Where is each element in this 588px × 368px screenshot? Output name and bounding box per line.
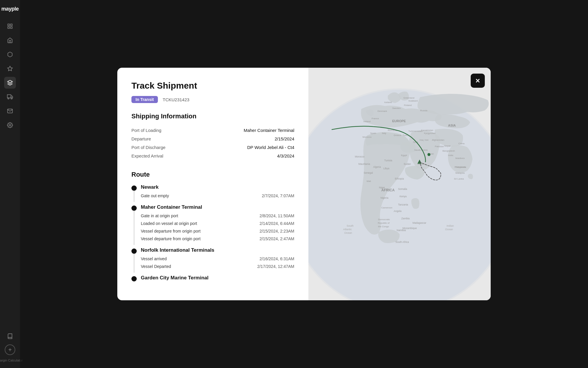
svg-marker-5 <box>8 80 13 83</box>
svg-text:Sweden: Sweden <box>392 107 401 110</box>
info-row-departure: Departure 2/15/2024 <box>131 135 294 143</box>
route-stop-maher: Maher Container Terminal Gate in at orig… <box>131 204 294 243</box>
svg-text:Pakistan: Pakistan <box>435 145 444 148</box>
event-label: Vessel arrived <box>141 256 167 261</box>
port-discharge-value: DP World Jebel Ali - Ct4 <box>247 145 294 150</box>
sidebar-item-home[interactable] <box>4 34 16 46</box>
close-button[interactable] <box>471 74 485 88</box>
route-stop-garden-city: Garden City Marine Terminal <box>131 275 294 281</box>
svg-text:Nigeria: Nigeria <box>380 196 388 199</box>
svg-text:Iran: Iran <box>425 139 429 141</box>
stop-events-norfolk: Vessel arrived 2/16/2024, 6:31AM Vessel … <box>141 255 294 270</box>
svg-point-84 <box>427 153 430 156</box>
svg-text:Saudi Arabia: Saudi Arabia <box>414 149 428 151</box>
map-container: EUROPE ASIA AFRICA South Atlantic Ocean … <box>308 68 491 300</box>
svg-text:Sudan: Sudan <box>404 163 411 165</box>
svg-point-8 <box>8 98 9 99</box>
event-time: 2/16/2024, 6:31AM <box>260 256 294 261</box>
sidebar-item-favorites[interactable] <box>4 63 16 74</box>
svg-text:the Congo: the Congo <box>378 225 389 228</box>
modal-title: Track Shipment <box>131 81 294 91</box>
svg-text:Republic of: Republic of <box>378 222 390 224</box>
svg-text:Kazakhstan: Kazakhstan <box>421 129 433 132</box>
svg-text:Italy: Italy <box>382 132 386 135</box>
event-vessel-departure-1: Vessel departure from origin port 2/15/2… <box>141 227 294 235</box>
shipping-info-table: Port of Loading Maher Container Terminal… <box>131 126 294 160</box>
info-row-port-loading: Port of Loading Maher Container Terminal <box>131 126 294 135</box>
route-title: Route <box>131 171 294 178</box>
port-discharge-label: Port of Discharge <box>131 145 166 150</box>
event-vessel-departed: Vessel Departed 2/17/2024, 12:47AM <box>141 263 294 270</box>
sidebar-item-truck[interactable] <box>4 91 16 103</box>
stop-name-newark: Newark <box>141 184 294 190</box>
svg-text:Tunisia: Tunisia <box>384 159 392 162</box>
event-label: Vessel departure from origin port <box>141 229 201 233</box>
modal-map-panel: EUROPE ASIA AFRICA South Atlantic Ocean … <box>308 68 491 300</box>
svg-text:EUROPE: EUROPE <box>392 119 406 123</box>
svg-text:Mozambique: Mozambique <box>402 227 417 230</box>
svg-text:Indian: Indian <box>447 224 454 227</box>
svg-text:Niger: Niger <box>379 186 385 189</box>
sidebar-item-settings[interactable] <box>4 119 16 131</box>
route-list: Newark Gate out empty 2/7/2024, 7:07AM M… <box>131 184 294 281</box>
expected-arrival-value: 4/3/2024 <box>277 153 294 158</box>
svg-marker-7 <box>11 96 13 98</box>
svg-text:Maldives: Maldives <box>455 157 465 160</box>
sidebar-item-layers[interactable] <box>4 77 16 89</box>
event-loaded-vessel: Loaded on vessel at origin port 2/14/202… <box>141 220 294 227</box>
event-time: 2/8/2024, 11:50AM <box>260 213 294 218</box>
sidebar-item-packages[interactable] <box>4 49 16 60</box>
svg-text:Bangladesh: Bangladesh <box>442 150 455 152</box>
modal-left-panel: Track Shipment In Transit TCKU231423 Shi… <box>117 68 308 300</box>
event-time: 2/17/2024, 12:47AM <box>257 264 294 269</box>
svg-text:Zambia: Zambia <box>401 217 410 220</box>
svg-rect-0 <box>8 24 10 26</box>
svg-text:India: India <box>448 154 453 157</box>
svg-text:Senegal: Senegal <box>364 171 373 174</box>
svg-text:Greece: Greece <box>394 134 402 137</box>
svg-point-10 <box>9 125 11 126</box>
svg-rect-6 <box>7 95 11 98</box>
route-stop-norfolk: Norfolk International Terminals Vessel a… <box>131 247 294 270</box>
svg-text:Morocco: Morocco <box>363 136 372 138</box>
svg-point-9 <box>11 98 12 99</box>
event-label: Gate in at origin port <box>141 213 178 218</box>
sidebar-item-dashboard[interactable] <box>4 20 16 32</box>
event-label: Gate out empty <box>141 193 169 198</box>
app-logo: mayple <box>1 6 19 12</box>
svg-marker-4 <box>8 66 13 71</box>
svg-text:Afghanistan: Afghanistan <box>432 139 444 141</box>
tracking-id: TCKU231423 <box>163 97 189 102</box>
track-shipment-modal: Track Shipment In Transit TCKU231423 Shi… <box>117 68 491 300</box>
svg-text:Malaysia: Malaysia <box>455 172 465 174</box>
modal-overlay: Track Shipment In Transit TCKU231423 Shi… <box>20 0 588 368</box>
svg-text:Denmark: Denmark <box>377 110 387 112</box>
svg-text:South: South <box>347 224 354 227</box>
svg-text:Nepal: Nepal <box>444 145 450 147</box>
svg-text:Egypt: Egypt <box>401 154 407 157</box>
svg-text:Democratic: Democratic <box>378 218 390 221</box>
departure-value: 2/15/2024 <box>275 136 294 141</box>
sidebar-item-mail[interactable] <box>4 105 16 117</box>
event-gate-in-origin: Gate in at origin port 2/8/2024, 11:50AM <box>141 212 294 220</box>
event-time: 2/7/2024, 7:07AM <box>262 193 294 198</box>
event-gate-out-empty: Gate out empty 2/7/2024, 7:07AM <box>141 192 294 200</box>
svg-text:Turkmenistan: Turkmenistan <box>408 130 422 132</box>
svg-text:Madagascar: Madagascar <box>412 221 426 224</box>
expected-arrival-label: Expected Arrival <box>131 153 163 158</box>
shipping-info-title: Shipping Information <box>131 112 294 120</box>
svg-text:ASIA: ASIA <box>448 124 456 127</box>
svg-text:China: China <box>458 142 465 145</box>
svg-text:Libya: Libya <box>383 167 390 170</box>
event-label: Vessel departure from origin port <box>141 236 201 241</box>
event-time: 2/15/2024, 2:47AM <box>260 236 294 241</box>
svg-text:Ocean: Ocean <box>445 228 453 231</box>
status-badge: In Transit <box>131 96 158 103</box>
sidebar-item-book[interactable] <box>4 330 16 342</box>
add-button[interactable]: + <box>5 344 15 355</box>
svg-text:Morocco: Morocco <box>355 155 365 158</box>
event-time: 2/14/2024, 6:44AM <box>260 221 294 226</box>
departure-label: Departure <box>131 136 151 141</box>
svg-text:Kyrgyzstan: Kyrgyzstan <box>424 132 436 135</box>
map-svg: EUROPE ASIA AFRICA South Atlantic Ocean … <box>308 68 491 300</box>
